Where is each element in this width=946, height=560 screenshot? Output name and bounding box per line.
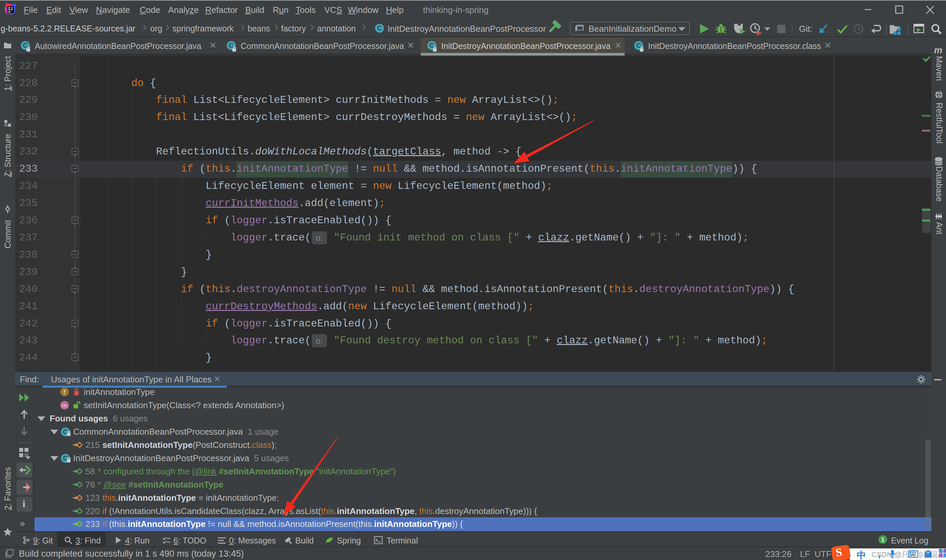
svg-text:IJ: IJ xyxy=(8,7,12,12)
svg-text:m: m xyxy=(62,402,67,409)
svg-text:f: f xyxy=(63,389,66,395)
svg-text:1: 1 xyxy=(881,536,885,543)
